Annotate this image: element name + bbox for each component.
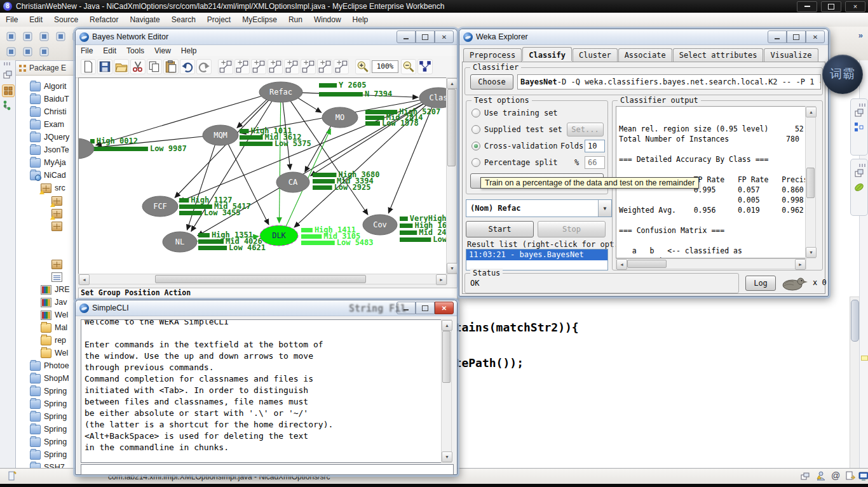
toolbar-icon-3[interactable] [53, 29, 69, 44]
tab-cluster[interactable]: Cluster [573, 48, 618, 62]
problems-user-icon[interactable] [815, 470, 827, 482]
zoom-level-field[interactable]: 100% [372, 60, 398, 73]
simplecli-title-bar[interactable]: SimpleCLI String Fil ✕ [76, 300, 457, 316]
redo-icon[interactable] [196, 59, 212, 74]
lay-icon[interactable] [234, 59, 250, 74]
canvas-vscroll-thumb[interactable] [447, 89, 456, 166]
percent-field[interactable]: 66 [585, 156, 605, 169]
toolbar-icon-2[interactable] [37, 29, 52, 44]
output-scroll-left[interactable]: ◄ [616, 259, 627, 270]
code-nav-icon[interactable] [845, 470, 857, 482]
tab-associate[interactable]: Associate [618, 48, 672, 62]
main-close-button[interactable]: × [845, 1, 865, 12]
simplecli-maximize-button[interactable] [416, 302, 435, 314]
bayes-menu-view[interactable]: View [149, 46, 176, 55]
package-explorer-view-icon[interactable] [2, 84, 15, 97]
restore-tray-icon[interactable] [799, 470, 811, 482]
editor-scrollbar-thumb[interactable] [851, 300, 859, 342]
simplecli-vscrollbar[interactable]: ▲ ▼ [441, 319, 452, 463]
output-vscrollbar[interactable]: ▲ ▼ [805, 106, 816, 258]
set-test-set-button[interactable]: Set... [567, 123, 604, 137]
cli-scroll-down[interactable]: ▼ [442, 451, 452, 462]
tab-preprocess[interactable]: Preprocess [463, 48, 522, 62]
toolbar-icon-b2[interactable] [37, 44, 52, 60]
bayes-close-button[interactable]: ✕ [435, 30, 454, 43]
toolbar-icon-b1[interactable] [20, 44, 36, 60]
output-hscroll-thumb[interactable] [627, 260, 667, 268]
canvas-hscrollbar[interactable]: ◄ ► [78, 274, 447, 284]
leaf-view-icon[interactable] [853, 182, 865, 193]
cut-icon[interactable] [130, 59, 146, 74]
undo-icon[interactable] [180, 59, 195, 74]
toolbar-icon-1[interactable] [20, 29, 36, 44]
lay-icon[interactable] [301, 59, 316, 74]
save-icon[interactable] [97, 59, 112, 74]
menu-project[interactable]: Project [201, 15, 236, 24]
combo-dropdown-arrow[interactable]: ▼ [598, 200, 611, 217]
scroll-up-arrow[interactable]: ▲ [447, 78, 458, 89]
scroll-right-arrow[interactable]: ► [436, 274, 447, 285]
menu-run[interactable]: Run [283, 15, 308, 24]
menu-edit[interactable]: Edit [24, 15, 48, 24]
tab-select-attributes[interactable]: Select attributes [673, 48, 764, 62]
weka-title-bar[interactable]: Weka Explorer ✕ [459, 29, 828, 45]
bayes-minimize-button[interactable] [397, 30, 416, 43]
lay-icon[interactable] [251, 59, 266, 74]
open-icon[interactable] [114, 59, 129, 74]
menu-navigate[interactable]: Navigate [124, 15, 165, 24]
radio-cross-validation[interactable]: Cross-validation [471, 142, 558, 150]
cli-scroll-up[interactable]: ▲ [442, 320, 452, 331]
output-hscrollbar[interactable]: ◄ ► [616, 258, 806, 269]
type-hierarchy-view-icon[interactable] [2, 100, 13, 111]
tab-visualize[interactable]: Visualize [764, 48, 818, 62]
radio-circle[interactable] [471, 158, 480, 167]
canvas-vscrollbar[interactable]: ▲ ▼ [446, 77, 457, 274]
choose-classifier-button[interactable]: Choose [470, 74, 513, 90]
toolbar-icon-0[interactable] [4, 29, 19, 44]
menu-window[interactable]: Window [308, 15, 347, 24]
scroll-down-arrow[interactable]: ▼ [447, 263, 458, 274]
outline-view-icon[interactable] [853, 121, 865, 133]
scroll-left-arrow[interactable]: ◄ [79, 274, 90, 285]
menu-help[interactable]: Help [347, 15, 374, 24]
lay-icon[interactable] [334, 59, 349, 74]
net-icon[interactable] [417, 59, 433, 74]
lay-icon[interactable] [284, 59, 299, 74]
class-attribute-combo[interactable]: (Nom) Refac ▼ [466, 199, 612, 217]
main-maximize-button[interactable] [821, 1, 841, 12]
bayes-title-bar[interactable]: Bayes Network Editor ✕ [76, 29, 457, 45]
copy-icon[interactable] [147, 59, 162, 74]
simplecli-close-button[interactable]: ✕ [435, 302, 454, 314]
menu-refactor[interactable]: Refactor [84, 15, 124, 24]
rail-drag-handle[interactable] [4, 62, 11, 65]
at-sign-icon[interactable]: @ [831, 470, 843, 482]
result-list-item[interactable]: 11:03:21 - bayes.BayesNet [466, 250, 607, 260]
zoomin-icon[interactable] [355, 59, 370, 74]
perspective-more-chevron[interactable]: » [858, 30, 863, 40]
bayes-menu-file[interactable]: File [76, 46, 98, 55]
zoomout-icon[interactable] [401, 59, 416, 74]
start-button[interactable]: Start [466, 221, 534, 237]
radio-circle-checked[interactable] [471, 142, 480, 150]
menu-search[interactable]: Search [166, 15, 201, 24]
simplecli-output-area[interactable]: Welcome to the WEKA SimpleCLI Enter comm… [81, 319, 445, 463]
radio-use-training-set[interactable]: Use training set [471, 109, 558, 117]
output-scroll-right[interactable]: ► [795, 259, 806, 270]
simplecli-command-input[interactable] [81, 464, 454, 475]
weka-minimize-button[interactable] [768, 30, 787, 43]
result-list[interactable]: 11:03:21 - bayes.BayesNet [466, 249, 608, 270]
output-scroll-up[interactable]: ▲ [806, 107, 817, 117]
radio-circle[interactable] [471, 109, 480, 117]
toolbar-icon-b0[interactable] [4, 44, 19, 60]
radio-supplied-test-set[interactable]: Supplied test set [471, 125, 562, 134]
bayes-menu-tools[interactable]: Tools [121, 46, 149, 55]
restore-panel-icon-2[interactable] [853, 168, 865, 179]
radio-circle[interactable] [471, 125, 480, 134]
tab-classify[interactable]: Classify [522, 47, 572, 61]
log-button[interactable]: Log [745, 276, 776, 291]
weka-maximize-button[interactable] [787, 30, 806, 43]
paste-icon[interactable] [163, 59, 179, 74]
lay-icon[interactable] [268, 59, 283, 74]
console-icon[interactable] [858, 470, 868, 482]
new-doc-icon[interactable] [81, 59, 96, 74]
